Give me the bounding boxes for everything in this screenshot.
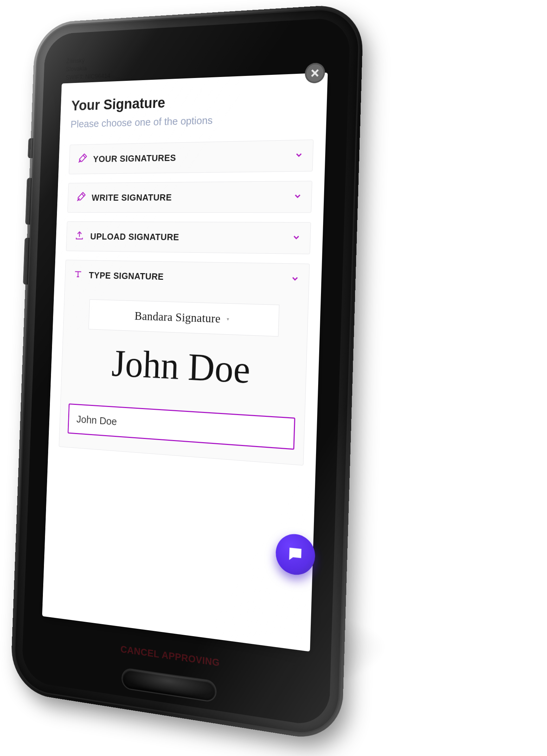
chevron-down-icon (293, 192, 302, 202)
accordion-label: TYPE SIGNATURE (89, 270, 164, 282)
type-signature-body: Bandara Signature ▾ John Doe (59, 289, 308, 465)
accordion-label: WRITE SIGNATURE (91, 192, 172, 203)
modal-title: Your Signature (71, 89, 315, 114)
signature-font-select[interactable]: Bandara Signature ▾ (88, 299, 279, 337)
accordion-upload-signature[interactable]: UPLOAD SIGNATURE (66, 221, 311, 254)
phone-frame: Žilinský Slovakia SWIFT: NIC96414 Bank C… (13, 6, 361, 740)
chevron-down-icon (291, 233, 301, 244)
chevron-down-icon (290, 274, 300, 285)
app-viewport: Žilinský Slovakia SWIFT: NIC96414 Bank C… (21, 17, 350, 728)
accordion-label: UPLOAD SIGNATURE (90, 231, 179, 243)
phone-screen: Žilinský Slovakia SWIFT: NIC96414 Bank C… (21, 17, 350, 728)
accordion-your-signatures[interactable]: YOUR SIGNATURES (69, 140, 314, 174)
accordion-write-signature[interactable]: WRITE SIGNATURE (67, 181, 313, 213)
pen-nib-icon (77, 154, 87, 165)
chevron-down-icon (294, 150, 304, 161)
accordion-type-signature[interactable]: TYPE SIGNATURE Bandara Signature ▾ (59, 260, 310, 465)
selected-font-name: Bandara Signature (134, 309, 221, 325)
pen-nib-icon (76, 192, 86, 203)
close-icon (309, 67, 320, 79)
phone-mockup: Žilinský Slovakia SWIFT: NIC96414 Bank C… (7, 14, 352, 710)
signature-preview: John Doe (70, 342, 297, 392)
signature-name-input[interactable] (67, 403, 295, 450)
chat-icon (286, 544, 304, 565)
type-icon (73, 269, 83, 280)
accordion-label: YOUR SIGNATURES (93, 152, 176, 164)
upload-icon (75, 231, 84, 242)
modal-subtitle: Please choose one of the options (70, 111, 314, 130)
caret-down-icon: ▾ (226, 316, 229, 322)
